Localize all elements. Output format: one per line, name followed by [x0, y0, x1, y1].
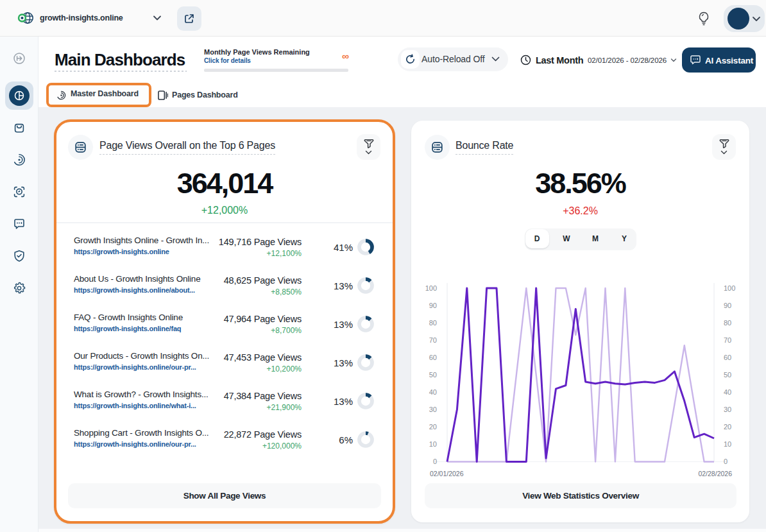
svg-text:0: 0 — [433, 458, 437, 465]
svg-text:40: 40 — [429, 388, 437, 396]
svg-text:70: 70 — [724, 336, 731, 344]
svg-text:80: 80 — [724, 319, 731, 327]
svg-text:20: 20 — [724, 423, 731, 431]
svg-text:60: 60 — [724, 354, 731, 361]
svg-text:10: 10 — [429, 440, 437, 448]
svg-text:20: 20 — [429, 423, 437, 431]
svg-text:90: 90 — [724, 302, 731, 309]
svg-text:30: 30 — [724, 406, 731, 413]
svg-text:30: 30 — [429, 406, 437, 413]
svg-text:40: 40 — [724, 388, 731, 396]
svg-text:90: 90 — [429, 302, 437, 309]
svg-text:100: 100 — [425, 284, 437, 292]
svg-text:02/28/2026: 02/28/2026 — [698, 470, 732, 477]
svg-text:80: 80 — [429, 319, 437, 327]
svg-text:02/01/2026: 02/01/2026 — [430, 470, 464, 477]
svg-text:70: 70 — [429, 336, 437, 344]
svg-text:100: 100 — [724, 284, 735, 292]
svg-text:0: 0 — [724, 458, 728, 465]
svg-text:50: 50 — [724, 371, 731, 379]
svg-text:60: 60 — [429, 354, 437, 361]
svg-text:10: 10 — [724, 440, 731, 448]
svg-text:50: 50 — [429, 371, 437, 379]
